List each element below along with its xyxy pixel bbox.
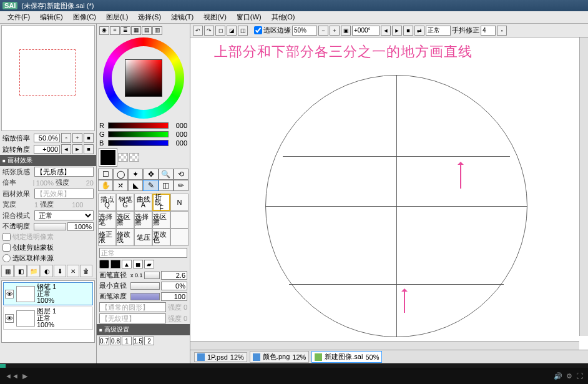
sel-edge-value[interactable]	[292, 26, 317, 36]
curve-2[interactable]: 2	[144, 337, 154, 345]
clear-btn[interactable]: ✕	[67, 265, 79, 277]
stabilizer-value[interactable]	[481, 26, 496, 36]
flip-icon[interactable]: ⇄	[414, 26, 424, 36]
edge-soft-icon[interactable]	[99, 260, 109, 268]
zoom-in-icon[interactable]: +	[330, 26, 340, 36]
color-wheel[interactable]	[103, 37, 184, 119]
adv-settings-header[interactable]: 高级设置	[97, 324, 190, 335]
brush-polyline[interactable]: 折线F	[152, 194, 170, 211]
visibility-icon[interactable]: 👁	[5, 290, 14, 298]
brush-selerase3[interactable]: 选区擦	[152, 211, 170, 229]
zoom-out-btn[interactable]: ▫	[61, 133, 71, 143]
rot-reset-icon[interactable]: ■	[403, 26, 413, 36]
fullscreen-icon[interactable]: ⛶	[576, 372, 583, 380]
rot-left-btn[interactable]: ◄	[61, 144, 71, 154]
eyedropper-tool[interactable]: ⤯	[113, 180, 128, 191]
paper-select[interactable]: 【无质感】	[34, 167, 94, 177]
brush-pressure[interactable]: 笔压	[134, 229, 152, 246]
menu-image[interactable]: 图像(C)	[68, 11, 101, 23]
rotate-tool[interactable]: ⟲	[174, 169, 189, 180]
stab-mode-icon[interactable]: ▫	[497, 26, 507, 36]
brush-selpen[interactable]: 选择笔	[98, 211, 116, 229]
doc-tab-new[interactable]: 新建图像.sai50%	[311, 351, 382, 363]
lasso-tool[interactable]: ◯	[113, 169, 128, 180]
swap-swatch[interactable]	[129, 153, 139, 162]
color-mode-rgb[interactable]: ≡	[110, 26, 120, 35]
blue-slider[interactable]	[108, 140, 169, 146]
rotate-value[interactable]: +000	[34, 145, 60, 154]
rot-reset-btn[interactable]: ■	[84, 144, 94, 154]
brush-pen[interactable]: 钢笔G	[116, 194, 134, 211]
menu-select[interactable]: 选择(S)	[133, 11, 166, 23]
brush-selerase2[interactable]: 选择擦	[134, 211, 152, 229]
brush-curve[interactable]: 曲线A	[134, 194, 152, 211]
zoom-fit-icon[interactable]: ▣	[341, 26, 351, 36]
show-sel-btn[interactable]: ◫	[238, 26, 248, 36]
sample-radio[interactable]	[2, 254, 11, 262]
new-folder-btn[interactable]: 📁	[27, 265, 40, 277]
hand-tool[interactable]: ✋	[98, 180, 113, 191]
zoom-in-btn[interactable]: +	[72, 133, 82, 143]
rot-right-btn[interactable]: ►	[72, 144, 82, 154]
invert-sel-btn[interactable]: ◪	[227, 26, 237, 36]
eraser-tool[interactable]: ◫	[159, 180, 174, 191]
pen-tool[interactable]: ✎	[143, 180, 158, 191]
curve-1[interactable]: 1	[122, 337, 132, 345]
color-mode-scratch[interactable]: ▥	[152, 26, 162, 35]
wand-tool[interactable]: ✦	[128, 169, 143, 180]
layer-item-pen1[interactable]: 👁 钢笔 1 正常 100%	[3, 282, 93, 305]
rot-cw-icon[interactable]: ►	[392, 26, 402, 36]
horizontal-scrollbar[interactable]	[190, 341, 579, 350]
color-mode-wheel[interactable]: ◉	[99, 26, 109, 35]
color-mode-swatch[interactable]: ▤	[142, 26, 152, 35]
brush-n[interactable]: N	[170, 194, 189, 211]
brush-editline[interactable]: 修改线	[116, 229, 134, 246]
rot-ccw-icon[interactable]: ◄	[381, 26, 391, 36]
settings-icon[interactable]: ⚙	[566, 372, 572, 380]
new-layer-btn[interactable]: ▦	[1, 265, 14, 277]
zoom-tool[interactable]: 🔍	[159, 169, 174, 180]
zoom-reset-btn[interactable]: ■	[84, 133, 94, 143]
view-mode[interactable]	[426, 26, 451, 36]
new-linework-btn[interactable]: ◧	[14, 265, 27, 277]
angle-value[interactable]	[352, 26, 380, 36]
delete-btn[interactable]: 🗑	[80, 265, 92, 277]
green-slider[interactable]	[108, 131, 169, 137]
brush-recolor[interactable]: 更改色	[152, 229, 170, 246]
size-slider[interactable]	[144, 272, 160, 279]
canvas[interactable]: 上部分和下部分各三分之一的地方画直线	[190, 37, 588, 350]
red-slider[interactable]	[108, 122, 169, 129]
edge-hard-icon[interactable]	[110, 260, 120, 268]
curve-15[interactable]: 1.5	[133, 337, 143, 345]
menu-edit[interactable]: 编辑(E)	[35, 11, 68, 23]
zoom-out-icon[interactable]: −	[318, 26, 328, 36]
deselect-btn[interactable]: ◻	[215, 26, 225, 36]
edge-flat-icon[interactable]: ◼	[133, 260, 143, 268]
foreground-color[interactable]	[99, 149, 117, 166]
edge-tri-icon[interactable]: ▰	[144, 260, 154, 268]
doc-tab-color[interactable]: 颜色.png12%	[250, 351, 309, 363]
navigator-preview[interactable]	[1, 25, 95, 131]
zoom-value[interactable]: 50.0%	[34, 134, 60, 142]
brush-anchor[interactable]: 描点Q	[98, 194, 116, 211]
layer-mask-btn[interactable]: ◐	[41, 265, 53, 277]
visibility-icon[interactable]: 👁	[5, 314, 14, 323]
color-mode-gray[interactable]: ▦	[131, 26, 141, 35]
menu-window[interactable]: 窗口(W)	[232, 11, 267, 23]
prev-btn[interactable]: ◄◄	[5, 372, 19, 380]
brush-whiteout[interactable]: 修正液	[98, 229, 116, 246]
doc-tab-1p[interactable]: 1P.psd12%	[194, 352, 247, 362]
transparent-swatch[interactable]	[118, 153, 128, 162]
merge-btn[interactable]: ⬇	[54, 265, 66, 277]
min-slider[interactable]	[130, 282, 160, 290]
layer-item-1[interactable]: 👁 图层 1 正常 100%	[3, 307, 93, 330]
play-btn[interactable]: ▶	[22, 372, 27, 380]
vertical-scrollbar[interactable]	[579, 37, 588, 336]
menu-view[interactable]: 视图(V)	[198, 11, 232, 23]
legacy-pen-tool[interactable]: ✏	[174, 180, 189, 191]
density-slider[interactable]	[130, 293, 160, 300]
brush-selerase[interactable]: 选区擦	[116, 211, 134, 229]
redo-btn[interactable]: ↷	[204, 26, 214, 36]
curve-08[interactable]: 0.8	[110, 337, 120, 345]
color-mode-hsv[interactable]: ≣	[120, 26, 130, 35]
